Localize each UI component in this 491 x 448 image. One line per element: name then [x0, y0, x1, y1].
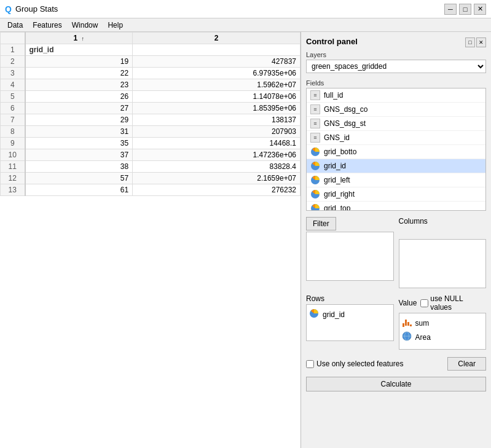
text-type-icon: ≡	[310, 104, 320, 114]
field-item[interactable]: grid_id	[307, 159, 485, 173]
layers-section: Layers green_spaces_gridded	[306, 51, 486, 73]
cell-col2: 138137	[133, 114, 300, 126]
field-item[interactable]: ≡full_id	[307, 88, 485, 103]
col2-header[interactable]: 2	[133, 33, 300, 44]
cell-col2: 6.97935e+06	[133, 68, 300, 79]
clear-button[interactable]: Clear	[447, 357, 486, 371]
use-selected-wrapper: Use only selected features	[306, 360, 403, 368]
row-number: 3	[1, 68, 25, 79]
field-name: GNS_dsg_st	[324, 119, 482, 128]
col1-header[interactable]: 1 ↑	[25, 33, 133, 44]
table-row[interactable]: 4231.5962e+07	[1, 79, 300, 91]
value-item-label: Area	[415, 333, 431, 342]
row-number: 12	[1, 173, 25, 184]
field-item[interactable]: grid_right	[307, 187, 485, 202]
table-row[interactable]: 6271.85395e+06	[1, 103, 300, 114]
svg-rect-9	[410, 324, 412, 326]
cell-col1: 27	[25, 103, 133, 114]
text-type-icon: ≡	[310, 119, 320, 128]
row-number: 11	[1, 161, 25, 173]
value-box: Value use NULL values sumArea	[399, 294, 487, 350]
cell-col1: 38	[25, 161, 133, 173]
field-item[interactable]: ≡GNS_dsg_co	[307, 103, 485, 117]
menu-help[interactable]: Help	[103, 18, 128, 31]
calculate-button[interactable]: Calculate	[306, 377, 486, 391]
table-row[interactable]: 831207903	[1, 126, 300, 138]
cell-col1: 31	[25, 126, 133, 138]
table-row[interactable]: 5261.14078e+06	[1, 91, 300, 103]
pie-chart-icon	[310, 203, 320, 211]
minimize-button[interactable]: ─	[444, 4, 457, 15]
field-item[interactable]: grid_left	[307, 173, 485, 187]
columns-label: Columns	[399, 217, 487, 226]
table-row[interactable]: 1grid_id	[1, 44, 300, 56]
text-field-icon: ≡	[310, 133, 320, 143]
cell-col1: 57	[25, 173, 133, 184]
layers-dropdown-wrapper: green_spaces_gridded	[306, 60, 486, 73]
field-name: grid_top	[324, 204, 482, 211]
menu-features[interactable]: Features	[28, 18, 66, 31]
cell-col1: 61	[25, 184, 133, 196]
cell-col2	[133, 44, 300, 56]
svg-rect-6	[403, 323, 404, 327]
use-selected-checkbox[interactable]	[306, 360, 314, 368]
text-field-icon: ≡	[310, 90, 320, 100]
fields-section: Fields ≡full_id≡GNS_dsg_co≡GNS_dsg_st≡GN…	[306, 79, 486, 211]
row-number: 2	[1, 56, 25, 68]
value-item: sum	[402, 316, 484, 330]
value-item-icon	[402, 331, 412, 343]
use-null-checkbox[interactable]	[420, 299, 428, 307]
field-name: GNS_dsg_co	[324, 105, 482, 114]
table-row[interactable]: 10371.47236e+06	[1, 149, 300, 161]
row-number: 5	[1, 91, 25, 103]
field-name: full_id	[324, 91, 482, 100]
fields-label: Fields	[306, 79, 486, 87]
layers-dropdown[interactable]: green_spaces_gridded	[306, 60, 486, 73]
cell-col1: 37	[25, 149, 133, 161]
rows-value-section: Rows grid_id Value use NULL values sumAr…	[306, 294, 486, 350]
use-null-label: use NULL values	[430, 294, 486, 312]
table-row[interactable]: 3226.97935e+06	[1, 68, 300, 79]
pie-chart-icon	[310, 161, 320, 171]
table-row[interactable]: 113883828.4	[1, 161, 300, 173]
close-panel-button[interactable]: ✕	[476, 37, 486, 47]
bottom-row: Use only selected features Clear	[306, 357, 486, 371]
menu-window[interactable]: Window	[67, 18, 103, 31]
table-row[interactable]: 12572.1659e+07	[1, 173, 300, 184]
cell-col2: 14468.1	[133, 138, 300, 149]
field-item[interactable]: ≡GNS_id	[307, 131, 485, 145]
row-number: 7	[1, 114, 25, 126]
filter-content-area	[306, 232, 394, 281]
field-item[interactable]: grid_botto	[307, 145, 485, 159]
rows-item-label: grid_id	[323, 310, 345, 319]
row-number: 8	[1, 126, 25, 138]
menu-data[interactable]: Data	[2, 18, 28, 31]
close-button[interactable]: ✕	[474, 4, 486, 15]
pie-chart-icon	[310, 147, 320, 157]
columns-box: Columns	[399, 217, 487, 288]
table-panel: 1 ↑ 2 1grid_id2194278373226.97935e+06423…	[0, 32, 301, 448]
cell-col2: 207903	[133, 126, 300, 138]
value-item: Area	[402, 330, 484, 344]
fields-list: ≡full_id≡GNS_dsg_co≡GNS_dsg_st≡GNS_idgri…	[306, 88, 486, 211]
row-number: 1	[1, 44, 25, 56]
field-item[interactable]: grid_top	[307, 202, 485, 211]
filter-box: Filter	[306, 217, 394, 288]
text-field-icon: ≡	[310, 104, 320, 114]
control-panel-title: Control panel	[306, 37, 358, 46]
table-row[interactable]: 93514468.1	[1, 138, 300, 149]
table-row[interactable]: 729138137	[1, 114, 300, 126]
restore-button[interactable]: □	[465, 37, 475, 47]
maximize-button[interactable]: □	[459, 4, 471, 15]
cell-col2: 83828.4	[133, 161, 300, 173]
window-controls: ─ □ ✕	[444, 4, 486, 15]
table-row[interactable]: 219427837	[1, 56, 300, 68]
cell-col2: 427837	[133, 56, 300, 68]
cell-col1: 29	[25, 114, 133, 126]
svg-rect-8	[407, 322, 409, 326]
field-item[interactable]: ≡GNS_dsg_st	[307, 117, 485, 131]
pie-chart-icon	[310, 175, 320, 185]
rows-item: grid_id	[309, 307, 391, 321]
filter-button[interactable]: Filter	[306, 217, 336, 230]
table-row[interactable]: 1361276232	[1, 184, 300, 196]
